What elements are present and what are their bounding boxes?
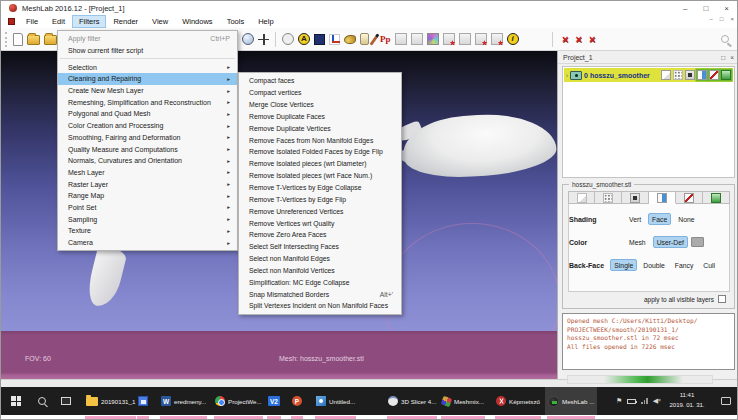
dock-close-icon[interactable]: × bbox=[730, 54, 734, 61]
backface-option-double[interactable]: Double bbox=[639, 259, 669, 271]
filters-menu-category[interactable]: Sampling ▸ bbox=[58, 213, 237, 225]
point-picking-icon[interactable]: Pp bbox=[380, 34, 391, 44]
taskbar-item-meshmixer[interactable]: Meshmix... bbox=[439, 387, 487, 415]
shading-option-face[interactable]: Face bbox=[648, 213, 671, 225]
points-mode-icon[interactable]: A bbox=[298, 33, 310, 45]
texture-icon[interactable] bbox=[697, 70, 707, 80]
points-icon[interactable] bbox=[673, 70, 683, 80]
menu-help[interactable]: Help bbox=[251, 15, 280, 28]
notification-center-icon[interactable] bbox=[721, 397, 731, 405]
system-tray[interactable]: ⚑ ◀× bbox=[616, 387, 661, 415]
menu-view[interactable]: View bbox=[145, 15, 175, 28]
snapshot-globe-icon[interactable] bbox=[242, 33, 254, 45]
backface-option-cull[interactable]: Cull bbox=[699, 259, 719, 271]
tab-points[interactable] bbox=[595, 191, 622, 204]
mesh-model[interactable] bbox=[401, 110, 557, 182]
move-icon[interactable] bbox=[258, 34, 269, 45]
tab-shading[interactable] bbox=[703, 191, 730, 204]
color-swatch[interactable] bbox=[691, 237, 704, 247]
open-project-icon[interactable] bbox=[27, 35, 40, 45]
filters-menu-category[interactable]: Polygonal and Quad Mesh ▸ bbox=[58, 108, 237, 120]
filters-menu-category[interactable]: Texture ▸ bbox=[58, 225, 237, 237]
filters-menu-category[interactable]: Color Creation and Processing ▸ bbox=[58, 120, 237, 132]
select-connected-icon[interactable] bbox=[443, 33, 455, 45]
filters-menu-category[interactable]: Selection ▸ bbox=[58, 61, 237, 73]
colorful-tool-icon[interactable] bbox=[427, 33, 439, 45]
filters-menu-category[interactable]: Camera ▸ bbox=[58, 237, 237, 249]
menu-tools[interactable]: Tools bbox=[220, 15, 252, 28]
shading-option-none[interactable]: None bbox=[674, 213, 698, 225]
flat-shading-icon[interactable] bbox=[314, 34, 325, 45]
color-option-mesh[interactable]: Mesh bbox=[625, 236, 650, 248]
menu-item-apply-filter[interactable]: Apply filter Ctrl+P bbox=[58, 33, 237, 45]
submenu-item[interactable]: Remove Isolated pieces (wrt Face Num.) bbox=[239, 170, 401, 182]
filters-menu-category[interactable]: Quality Measure and Computations ▸ bbox=[58, 143, 237, 155]
menu-edit[interactable]: Edit bbox=[45, 15, 72, 28]
submenu-item[interactable]: Select non Manifold Edges bbox=[239, 253, 401, 265]
submenu-item[interactable]: Split Vertexes Incident on Non Manifold … bbox=[239, 300, 401, 312]
menu-file[interactable]: File bbox=[19, 15, 45, 28]
wire-cube-icon[interactable] bbox=[661, 70, 671, 80]
import-mesh-icon[interactable] bbox=[44, 35, 57, 45]
menu-windows[interactable]: Windows bbox=[175, 15, 219, 28]
delete-vertices-icon[interactable] bbox=[491, 33, 503, 45]
taskbar-item-word[interactable]: W eredmeny... bbox=[158, 387, 209, 415]
submenu-item[interactable]: Select non Manifold Vertices bbox=[239, 265, 401, 277]
submenu-item[interactable]: Snap Mismatched Borders Alt+' bbox=[239, 288, 401, 300]
new-project-icon[interactable] bbox=[13, 33, 23, 46]
apply-all-checkbox[interactable] bbox=[718, 295, 726, 303]
tab-light[interactable] bbox=[649, 191, 676, 204]
submenu-item[interactable]: Remove Unreferenced Vertices bbox=[239, 205, 401, 217]
shading-option-vert[interactable]: Vert bbox=[625, 213, 645, 225]
submenu-item[interactable]: Select Self Intersecting Faces bbox=[239, 241, 401, 253]
paint-brush-icon[interactable] bbox=[370, 33, 380, 45]
submenu-item[interactable]: Simplification: MC Edge Collapse bbox=[239, 276, 401, 288]
toolbar-handle[interactable] bbox=[5, 32, 7, 47]
trackball-icon[interactable] bbox=[282, 33, 294, 45]
mdi-close-button[interactable]: × bbox=[730, 16, 734, 22]
info-icon[interactable]: i bbox=[507, 33, 519, 45]
select-faces-icon[interactable] bbox=[395, 33, 407, 45]
filters-menu-category[interactable]: Create New Mesh Layer ▸ bbox=[58, 85, 237, 97]
menu-render[interactable]: Render bbox=[106, 15, 145, 28]
taskbar-search-button[interactable] bbox=[33, 387, 51, 415]
maximize-button[interactable]: □ bbox=[703, 4, 708, 13]
dock-float-icon[interactable]: □ bbox=[721, 54, 725, 61]
delete-current-mesh-icon[interactable]: × bbox=[562, 34, 568, 45]
menu-filters[interactable]: Filters bbox=[72, 15, 106, 28]
submenu-item[interactable]: Remove Isolated Folded Faces by Edge Fli… bbox=[239, 146, 401, 158]
taskbar-item-photos[interactable]: Untitled... bbox=[313, 387, 358, 415]
backface-option-single[interactable]: Single bbox=[610, 259, 637, 271]
axis-icon[interactable] bbox=[329, 34, 340, 45]
filters-menu-category[interactable]: Cleaning and Repairing ▸ bbox=[58, 73, 237, 85]
layer-row[interactable]: › 0 hosszu_smoother bbox=[564, 68, 733, 82]
submenu-item[interactable]: Compact vertices bbox=[239, 87, 401, 99]
color-option-userdef[interactable]: User-Def bbox=[653, 236, 688, 248]
submenu-item[interactable]: Merge Close Vertices bbox=[239, 99, 401, 111]
submenu-item[interactable]: Remove T-Vertices by Edge Collapse bbox=[239, 182, 401, 194]
delete-raster-icon[interactable]: × bbox=[589, 34, 595, 45]
submenu-item[interactable]: Remove Duplicate Vertices bbox=[239, 122, 401, 134]
taskbar-item-slicer[interactable]: 3D Slicer 4... bbox=[385, 387, 439, 415]
filters-menu-category[interactable]: Remeshing, Simplification and Reconstruc… bbox=[58, 96, 237, 108]
submenu-item[interactable]: Remove Duplicate Faces bbox=[239, 111, 401, 123]
submenu-item[interactable]: Remove T-Vertices by Edge Flip bbox=[239, 193, 401, 205]
search-icon[interactable] bbox=[721, 35, 729, 43]
visibility-eye-icon[interactable] bbox=[570, 71, 582, 80]
delete-faces-icon[interactable] bbox=[475, 33, 487, 45]
taskbar-item-snipping[interactable]: Képmetsző bbox=[493, 387, 543, 415]
taskbar-item-v2[interactable]: V2 bbox=[265, 387, 283, 415]
taskbar-item-floppy[interactable] bbox=[135, 387, 151, 415]
taskbar-item-chrome[interactable]: ProjectWe... bbox=[212, 387, 265, 415]
select-vertices-icon[interactable] bbox=[411, 33, 423, 45]
submenu-item[interactable]: Remove Isolated pieces (wrt Diameter) bbox=[239, 158, 401, 170]
submenu-item[interactable]: Remove Zero Area Faces bbox=[239, 229, 401, 241]
submenu-item[interactable]: Remove Faces from Non Manifold Edges bbox=[239, 134, 401, 146]
expander-icon[interactable]: › bbox=[566, 72, 568, 78]
shading-icon[interactable] bbox=[721, 70, 731, 80]
filters-menu-category[interactable]: Raster Layer ▸ bbox=[58, 178, 237, 190]
filters-menu-category[interactable]: Range Map ▸ bbox=[58, 190, 237, 202]
color-icon[interactable] bbox=[709, 70, 719, 80]
submenu-item[interactable]: Compact faces bbox=[239, 75, 401, 87]
delete-all-meshes-icon[interactable]: × bbox=[575, 34, 581, 45]
